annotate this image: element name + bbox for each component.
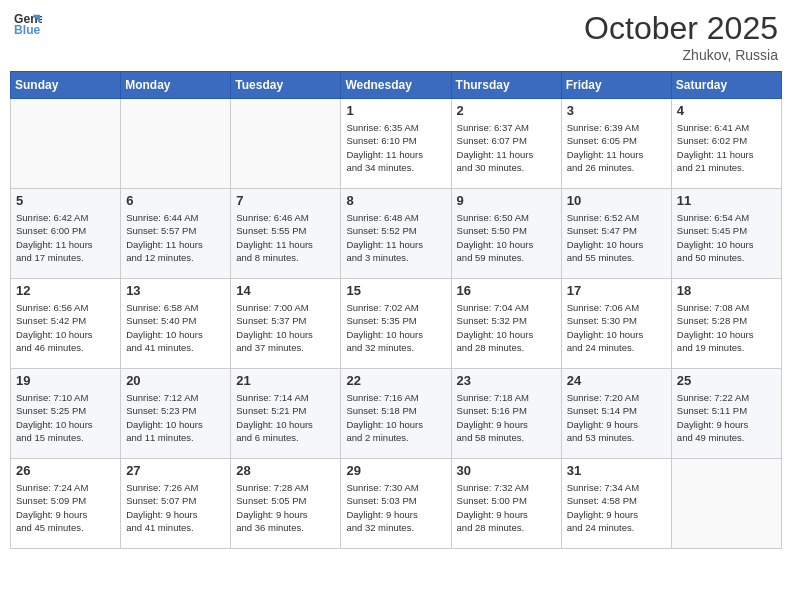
header-monday: Monday [121,72,231,99]
day-info: Sunrise: 7:06 AM Sunset: 5:30 PM Dayligh… [567,301,666,354]
day-number: 26 [16,463,115,478]
calendar-cell-w4-d6: 24Sunrise: 7:20 AM Sunset: 5:14 PM Dayli… [561,369,671,459]
day-number: 24 [567,373,666,388]
day-number: 2 [457,103,556,118]
calendar-cell-w5-d5: 30Sunrise: 7:32 AM Sunset: 5:00 PM Dayli… [451,459,561,549]
calendar-cell-w5-d1: 26Sunrise: 7:24 AM Sunset: 5:09 PM Dayli… [11,459,121,549]
day-info: Sunrise: 6:41 AM Sunset: 6:02 PM Dayligh… [677,121,776,174]
calendar-cell-w4-d4: 22Sunrise: 7:16 AM Sunset: 5:18 PM Dayli… [341,369,451,459]
calendar-cell-w3-d6: 17Sunrise: 7:06 AM Sunset: 5:30 PM Dayli… [561,279,671,369]
title-block: October 2025 Zhukov, Russia [584,10,778,63]
svg-text:Blue: Blue [14,23,41,37]
calendar-cell-w5-d2: 27Sunrise: 7:26 AM Sunset: 5:07 PM Dayli… [121,459,231,549]
calendar-cell-w2-d3: 7Sunrise: 6:46 AM Sunset: 5:55 PM Daylig… [231,189,341,279]
day-number: 6 [126,193,225,208]
calendar-cell-w4-d3: 21Sunrise: 7:14 AM Sunset: 5:21 PM Dayli… [231,369,341,459]
day-info: Sunrise: 6:42 AM Sunset: 6:00 PM Dayligh… [16,211,115,264]
day-number: 4 [677,103,776,118]
page-header: General Blue October 2025 Zhukov, Russia [10,10,782,63]
calendar-week-5: 26Sunrise: 7:24 AM Sunset: 5:09 PM Dayli… [11,459,782,549]
day-number: 18 [677,283,776,298]
day-info: Sunrise: 6:44 AM Sunset: 5:57 PM Dayligh… [126,211,225,264]
calendar-cell-w5-d3: 28Sunrise: 7:28 AM Sunset: 5:05 PM Dayli… [231,459,341,549]
header-wednesday: Wednesday [341,72,451,99]
location-subtitle: Zhukov, Russia [584,47,778,63]
calendar-cell-w2-d2: 6Sunrise: 6:44 AM Sunset: 5:57 PM Daylig… [121,189,231,279]
day-info: Sunrise: 7:20 AM Sunset: 5:14 PM Dayligh… [567,391,666,444]
day-number: 3 [567,103,666,118]
calendar-cell-w3-d4: 15Sunrise: 7:02 AM Sunset: 5:35 PM Dayli… [341,279,451,369]
calendar-cell-w2-d5: 9Sunrise: 6:50 AM Sunset: 5:50 PM Daylig… [451,189,561,279]
calendar-header-row: Sunday Monday Tuesday Wednesday Thursday… [11,72,782,99]
day-info: Sunrise: 7:32 AM Sunset: 5:00 PM Dayligh… [457,481,556,534]
calendar-cell-w2-d1: 5Sunrise: 6:42 AM Sunset: 6:00 PM Daylig… [11,189,121,279]
calendar-cell-w5-d4: 29Sunrise: 7:30 AM Sunset: 5:03 PM Dayli… [341,459,451,549]
calendar-cell-w1-d7: 4Sunrise: 6:41 AM Sunset: 6:02 PM Daylig… [671,99,781,189]
day-number: 14 [236,283,335,298]
day-info: Sunrise: 7:22 AM Sunset: 5:11 PM Dayligh… [677,391,776,444]
day-number: 1 [346,103,445,118]
day-info: Sunrise: 7:14 AM Sunset: 5:21 PM Dayligh… [236,391,335,444]
day-number: 29 [346,463,445,478]
day-info: Sunrise: 7:00 AM Sunset: 5:37 PM Dayligh… [236,301,335,354]
day-number: 19 [16,373,115,388]
calendar-cell-w3-d1: 12Sunrise: 6:56 AM Sunset: 5:42 PM Dayli… [11,279,121,369]
day-info: Sunrise: 7:30 AM Sunset: 5:03 PM Dayligh… [346,481,445,534]
calendar-week-4: 19Sunrise: 7:10 AM Sunset: 5:25 PM Dayli… [11,369,782,459]
day-info: Sunrise: 6:48 AM Sunset: 5:52 PM Dayligh… [346,211,445,264]
calendar-cell-w1-d5: 2Sunrise: 6:37 AM Sunset: 6:07 PM Daylig… [451,99,561,189]
day-number: 8 [346,193,445,208]
calendar-cell-w2-d4: 8Sunrise: 6:48 AM Sunset: 5:52 PM Daylig… [341,189,451,279]
day-info: Sunrise: 6:37 AM Sunset: 6:07 PM Dayligh… [457,121,556,174]
day-info: Sunrise: 6:35 AM Sunset: 6:10 PM Dayligh… [346,121,445,174]
day-info: Sunrise: 7:24 AM Sunset: 5:09 PM Dayligh… [16,481,115,534]
day-info: Sunrise: 6:50 AM Sunset: 5:50 PM Dayligh… [457,211,556,264]
calendar-cell-w3-d5: 16Sunrise: 7:04 AM Sunset: 5:32 PM Dayli… [451,279,561,369]
calendar-cell-w4-d5: 23Sunrise: 7:18 AM Sunset: 5:16 PM Dayli… [451,369,561,459]
day-number: 13 [126,283,225,298]
day-number: 10 [567,193,666,208]
calendar-cell-w5-d6: 31Sunrise: 7:34 AM Sunset: 4:58 PM Dayli… [561,459,671,549]
day-info: Sunrise: 7:34 AM Sunset: 4:58 PM Dayligh… [567,481,666,534]
calendar-cell-w4-d1: 19Sunrise: 7:10 AM Sunset: 5:25 PM Dayli… [11,369,121,459]
day-number: 23 [457,373,556,388]
calendar-cell-w3-d2: 13Sunrise: 6:58 AM Sunset: 5:40 PM Dayli… [121,279,231,369]
calendar-cell-w1-d2 [121,99,231,189]
day-number: 22 [346,373,445,388]
day-info: Sunrise: 7:04 AM Sunset: 5:32 PM Dayligh… [457,301,556,354]
calendar-cell-w4-d7: 25Sunrise: 7:22 AM Sunset: 5:11 PM Dayli… [671,369,781,459]
logo: General Blue [14,10,42,38]
day-info: Sunrise: 6:58 AM Sunset: 5:40 PM Dayligh… [126,301,225,354]
header-friday: Friday [561,72,671,99]
day-info: Sunrise: 6:52 AM Sunset: 5:47 PM Dayligh… [567,211,666,264]
calendar-cell-w3-d3: 14Sunrise: 7:00 AM Sunset: 5:37 PM Dayli… [231,279,341,369]
calendar-cell-w2-d7: 11Sunrise: 6:54 AM Sunset: 5:45 PM Dayli… [671,189,781,279]
day-number: 28 [236,463,335,478]
day-info: Sunrise: 6:46 AM Sunset: 5:55 PM Dayligh… [236,211,335,264]
calendar-week-2: 5Sunrise: 6:42 AM Sunset: 6:00 PM Daylig… [11,189,782,279]
day-number: 20 [126,373,225,388]
calendar-cell-w1-d4: 1Sunrise: 6:35 AM Sunset: 6:10 PM Daylig… [341,99,451,189]
calendar-week-3: 12Sunrise: 6:56 AM Sunset: 5:42 PM Dayli… [11,279,782,369]
day-number: 15 [346,283,445,298]
day-number: 5 [16,193,115,208]
day-info: Sunrise: 7:18 AM Sunset: 5:16 PM Dayligh… [457,391,556,444]
calendar-cell-w1-d1 [11,99,121,189]
day-info: Sunrise: 6:54 AM Sunset: 5:45 PM Dayligh… [677,211,776,264]
header-tuesday: Tuesday [231,72,341,99]
day-info: Sunrise: 7:28 AM Sunset: 5:05 PM Dayligh… [236,481,335,534]
calendar-week-1: 1Sunrise: 6:35 AM Sunset: 6:10 PM Daylig… [11,99,782,189]
calendar-cell-w2-d6: 10Sunrise: 6:52 AM Sunset: 5:47 PM Dayli… [561,189,671,279]
day-number: 21 [236,373,335,388]
day-number: 12 [16,283,115,298]
month-title: October 2025 [584,10,778,47]
day-info: Sunrise: 7:16 AM Sunset: 5:18 PM Dayligh… [346,391,445,444]
calendar-cell-w1-d6: 3Sunrise: 6:39 AM Sunset: 6:05 PM Daylig… [561,99,671,189]
day-number: 11 [677,193,776,208]
day-number: 7 [236,193,335,208]
day-info: Sunrise: 6:39 AM Sunset: 6:05 PM Dayligh… [567,121,666,174]
day-number: 30 [457,463,556,478]
day-info: Sunrise: 7:10 AM Sunset: 5:25 PM Dayligh… [16,391,115,444]
header-thursday: Thursday [451,72,561,99]
header-saturday: Saturday [671,72,781,99]
